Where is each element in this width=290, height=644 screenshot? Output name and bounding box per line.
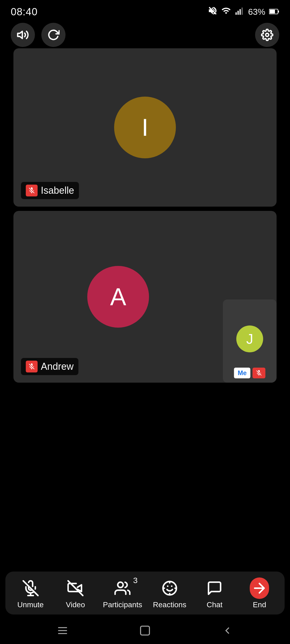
me-label: Me	[234, 368, 250, 378]
svg-marker-7	[18, 31, 22, 39]
pip-mute-badge	[253, 368, 266, 378]
reactions-icon	[160, 579, 179, 598]
back-button[interactable]	[222, 625, 233, 636]
svg-rect-5	[278, 10, 279, 13]
status-time: 08:40	[11, 6, 38, 18]
reactions-label: Reactions	[153, 601, 187, 609]
pip-avatar: J	[236, 325, 263, 352]
status-bar: 08:40 63%	[0, 0, 290, 21]
participants-icon: 3	[113, 579, 132, 598]
isabelle-name-badge: Isabelle	[21, 182, 79, 199]
menu-button[interactable]	[57, 625, 68, 636]
andrew-initial: A	[110, 283, 126, 311]
video-container: I Isabelle A J Me	[0, 48, 290, 383]
chat-button[interactable]: Chat	[197, 579, 232, 609]
isabelle-avatar: I	[114, 97, 176, 158]
unmute-icon	[21, 579, 40, 598]
toolbar-left	[11, 23, 66, 47]
svg-point-13	[118, 582, 123, 588]
participants-button[interactable]: 3 Participants	[103, 579, 142, 609]
chat-icon	[205, 579, 224, 598]
isabelle-mute-badge	[26, 185, 38, 196]
rotate-button[interactable]	[41, 23, 66, 47]
settings-button[interactable]	[255, 23, 279, 47]
home-button[interactable]	[139, 625, 151, 636]
video-icon	[66, 579, 85, 598]
unmute-label: Unmute	[17, 601, 44, 609]
participants-label: Participants	[103, 601, 142, 609]
pip-badges: Me	[234, 368, 265, 378]
home-bar	[0, 617, 290, 644]
isabelle-initial: I	[142, 114, 148, 141]
isabelle-video-panel: I Isabelle	[13, 48, 277, 207]
video-button[interactable]: Video	[58, 579, 93, 609]
mute-status-icon	[208, 6, 218, 18]
end-button[interactable]: End	[242, 579, 277, 609]
battery-icon	[269, 7, 279, 17]
chat-label: Chat	[206, 601, 222, 609]
svg-point-8	[266, 33, 269, 36]
participants-count: 3	[133, 576, 138, 585]
svg-rect-0	[235, 12, 237, 15]
andrew-video-panel: A J Me Andrew	[13, 211, 277, 383]
svg-rect-2	[240, 9, 241, 15]
status-icons: 63%	[208, 6, 279, 18]
end-label: End	[253, 601, 266, 609]
wifi-status-icon	[221, 6, 231, 18]
signal-status-icon	[235, 6, 244, 18]
video-label: Video	[66, 601, 85, 609]
svg-rect-20	[140, 626, 149, 635]
andrew-name-badge: Andrew	[21, 358, 78, 375]
reactions-button[interactable]: Reactions	[152, 579, 187, 609]
andrew-avatar: A	[87, 266, 149, 328]
svg-rect-1	[237, 11, 239, 15]
andrew-name: Andrew	[41, 361, 74, 372]
svg-rect-6	[270, 10, 275, 13]
end-icon	[250, 579, 269, 598]
bottom-nav: Unmute Video 3 Participants	[5, 572, 285, 614]
unmute-button[interactable]: Unmute	[13, 579, 48, 609]
top-toolbar	[0, 21, 290, 48]
battery-status: 63%	[248, 7, 265, 17]
sound-button[interactable]	[11, 23, 35, 47]
svg-rect-3	[241, 8, 243, 15]
pip-panel: J Me	[223, 299, 277, 383]
isabelle-name: Isabelle	[41, 185, 74, 196]
andrew-mute-badge	[26, 361, 38, 372]
